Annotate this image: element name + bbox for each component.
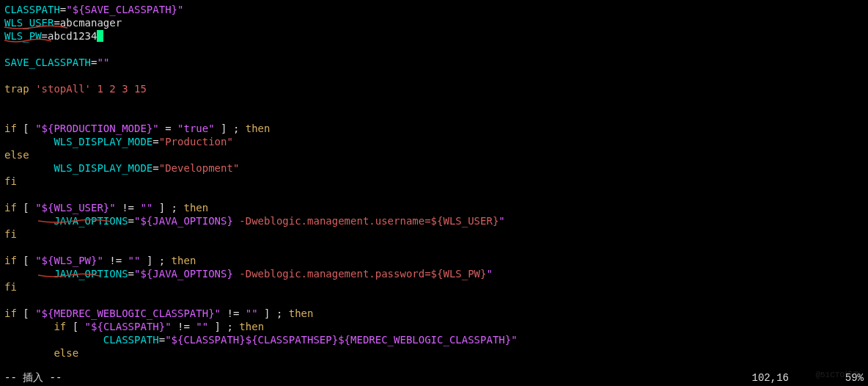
editor-content[interactable]: CLASSPATH="${SAVE_CLASSPATH}" WLS_USER=a… — [0, 0, 868, 363]
var-classpath: CLASSPATH — [4, 4, 60, 15]
var-wls-pw: WLS_PW — [4, 30, 42, 42]
cursor-position: 102,16 — [752, 372, 789, 384]
var-wls-user: WLS_USER — [4, 17, 54, 29]
vim-mode: -- 插入 -- — [4, 371, 62, 385]
cursor — [97, 30, 103, 42]
vim-status-bar: -- 插入 -- 102,16 59% — [4, 371, 864, 385]
scroll-percent: 59% — [845, 372, 864, 384]
